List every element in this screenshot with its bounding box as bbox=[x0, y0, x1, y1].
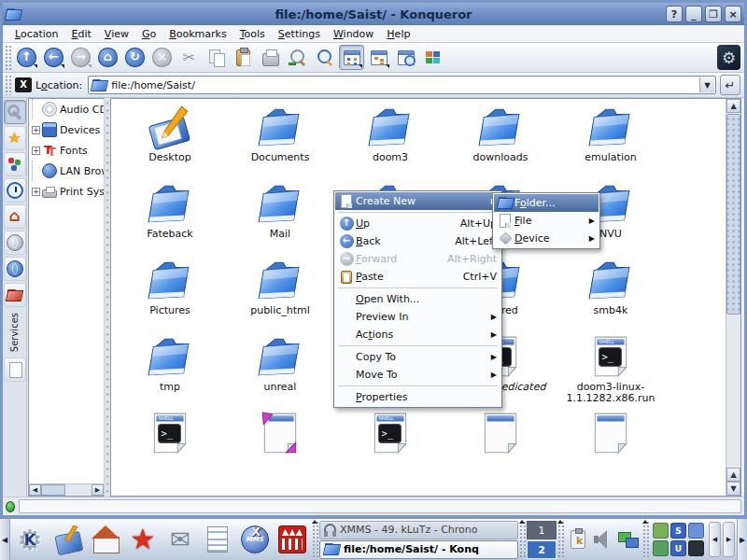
paste-button[interactable] bbox=[231, 45, 256, 70]
tray-app-1-icon[interactable] bbox=[653, 523, 669, 539]
applications-button[interactable] bbox=[4, 152, 26, 176]
tree-item-audio-cd[interactable]: Audio CD Br bbox=[29, 99, 104, 119]
file-fateback[interactable]: Fateback bbox=[115, 181, 225, 258]
applet-handle-3[interactable] bbox=[557, 521, 564, 558]
location-dropdown-button[interactable]: ▼ bbox=[699, 77, 714, 92]
tray-app-4-icon[interactable] bbox=[653, 540, 669, 556]
location-input[interactable]: file:/home/Saist/ ▼ bbox=[88, 76, 716, 94]
scroll-down-arrow-icon[interactable]: ▼ bbox=[726, 482, 740, 496]
print-button[interactable] bbox=[258, 45, 283, 70]
history-button[interactable] bbox=[4, 178, 26, 203]
menu-item-properties[interactable]: Properties bbox=[335, 388, 500, 406]
close-button[interactable]: × bbox=[725, 6, 741, 22]
go-button[interactable]: ↵ bbox=[720, 75, 740, 95]
toolbar-grip[interactable] bbox=[5, 45, 11, 70]
menu-item-move-to[interactable]: Move To▶ bbox=[335, 366, 500, 384]
file-doom3-linux-1-1-1282-x86-run[interactable]: doom3-linux-1.1.1282.x86.run bbox=[556, 334, 666, 411]
red-app-launcher[interactable] bbox=[274, 520, 311, 559]
sidebar-page-button[interactable] bbox=[4, 357, 26, 382]
scroll-thumb[interactable] bbox=[41, 484, 65, 496]
file-unreal[interactable]: unreal bbox=[225, 334, 335, 411]
tray-app-5-icon[interactable]: U bbox=[670, 540, 686, 556]
configure-button[interactable] bbox=[4, 100, 26, 124]
desktop-1[interactable]: 1 bbox=[527, 521, 557, 539]
menu-item-back[interactable]: ←BackAlt+Left bbox=[335, 232, 500, 250]
desktop-2[interactable]: 2 bbox=[527, 540, 557, 559]
applet-handle-4[interactable] bbox=[642, 521, 649, 558]
file-emulation[interactable]: emulation bbox=[556, 105, 666, 181]
panel-hide-right-button[interactable]: ▶ bbox=[737, 519, 747, 560]
scroll-right-arrow-icon[interactable]: ▶ bbox=[92, 484, 104, 496]
expander-icon[interactable]: + bbox=[32, 188, 40, 196]
applet-handle-2[interactable] bbox=[519, 521, 526, 558]
file-hidden-item[interactable] bbox=[335, 411, 445, 487]
menu-item-folder[interactable]: Folder... bbox=[494, 194, 599, 212]
view-tree-button[interactable] bbox=[366, 45, 391, 70]
k-menu-button[interactable]: ⚙ K bbox=[10, 520, 49, 559]
task-file-home-saist-konq[interactable]: file:/home/Saist/ - Konq bbox=[319, 540, 518, 559]
menu-item-forward[interactable]: →ForwardAlt+Right bbox=[335, 250, 500, 268]
tree-item-lan-browser[interactable]: LAN Browse bbox=[29, 161, 104, 181]
file-mail[interactable]: Mail bbox=[225, 181, 335, 258]
file-smb4k[interactable]: smb4k bbox=[556, 258, 666, 334]
mail-launcher[interactable]: ✉ bbox=[162, 520, 199, 559]
panel-scroll-right-button[interactable]: ▶ bbox=[723, 522, 735, 557]
menu-window[interactable]: Window bbox=[327, 26, 380, 42]
xmms-launcher[interactable] bbox=[236, 520, 274, 559]
zoom-out-button[interactable] bbox=[285, 45, 310, 70]
tree-item-devices[interactable]: +Devices bbox=[29, 119, 104, 140]
menu-item-up[interactable]: ↑UpAlt+Up bbox=[335, 215, 500, 232]
tray-app-6-icon[interactable] bbox=[688, 540, 704, 556]
up-button[interactable]: ↑ bbox=[14, 45, 39, 70]
cut-button[interactable]: ✂ bbox=[176, 45, 202, 70]
menu-help[interactable]: Help bbox=[380, 26, 416, 42]
file-public-html[interactable]: public_html bbox=[225, 258, 335, 334]
file-tmp[interactable]: tmp bbox=[115, 334, 225, 411]
sidebar-horizontal-scrollbar[interactable]: ◀ ▶ bbox=[29, 483, 104, 496]
menu-item-device[interactable]: Device▶ bbox=[494, 230, 599, 247]
menu-item-file[interactable]: File▶ bbox=[494, 212, 599, 230]
expander-icon[interactable]: + bbox=[32, 126, 40, 134]
file-pictures[interactable]: Pictures bbox=[115, 258, 225, 334]
panel-scroll-left-button[interactable]: ◀ bbox=[709, 522, 721, 557]
applet-handle[interactable] bbox=[312, 521, 318, 558]
menu-item-actions[interactable]: Actions▶ bbox=[335, 326, 500, 343]
zoom-in-button[interactable] bbox=[312, 45, 337, 70]
file-doom3[interactable]: doom3 bbox=[335, 105, 445, 181]
menu-bookmarks[interactable]: Bookmarks bbox=[162, 26, 233, 42]
copy-button[interactable] bbox=[204, 45, 229, 70]
home-folder-button[interactable]: ⌂ bbox=[4, 204, 26, 229]
help-button[interactable]: ? bbox=[666, 6, 683, 22]
menu-view[interactable]: View bbox=[98, 26, 135, 42]
home-button[interactable]: ⌂ bbox=[95, 45, 120, 70]
home-launcher[interactable] bbox=[87, 520, 124, 559]
menu-item-open-with[interactable]: Open With... bbox=[335, 290, 500, 308]
minimize-button[interactable]: _ bbox=[685, 6, 702, 22]
file-hidden-item[interactable] bbox=[225, 411, 335, 487]
scroll-up-arrow-icon[interactable]: ▲ bbox=[726, 99, 740, 113]
task-xmms-49-klutz-chrono[interactable]: XMMS - 49. kLuTz - Chrono bbox=[319, 521, 518, 539]
network-button[interactable] bbox=[4, 231, 26, 255]
restore-button[interactable]: ❐ bbox=[705, 6, 722, 22]
view-icons-button[interactable] bbox=[339, 45, 364, 70]
klipper-tray-icon[interactable] bbox=[571, 530, 585, 549]
services-tab[interactable]: Services bbox=[4, 309, 26, 356]
tray-app-3-icon[interactable] bbox=[688, 523, 704, 539]
reload-button[interactable]: ↻ bbox=[122, 45, 148, 70]
root-folder-button[interactable] bbox=[4, 283, 26, 307]
view-multicolumn-button[interactable] bbox=[420, 45, 445, 70]
writer-launcher[interactable] bbox=[199, 520, 236, 559]
vertical-scroll-thumb[interactable] bbox=[726, 114, 740, 315]
volume-tray-icon[interactable] bbox=[592, 528, 614, 551]
desktop-access-launcher[interactable] bbox=[49, 520, 87, 559]
forward-button[interactable]: → bbox=[68, 45, 93, 70]
scroll-up-arrow2-icon[interactable]: ▲ bbox=[726, 468, 740, 482]
tray-app-2-icon[interactable]: S bbox=[670, 523, 686, 539]
vertical-scrollbar[interactable]: ▲ ▲ ▼ bbox=[726, 99, 740, 496]
file-downloads[interactable]: downloads bbox=[445, 105, 556, 181]
mozilla-launcher[interactable]: ★ bbox=[124, 520, 162, 559]
file-desktop[interactable]: Desktop bbox=[115, 105, 225, 181]
web-browser-button[interactable] bbox=[4, 257, 26, 281]
menu-settings[interactable]: Settings bbox=[272, 26, 327, 42]
file-hidden-item[interactable] bbox=[556, 411, 666, 487]
